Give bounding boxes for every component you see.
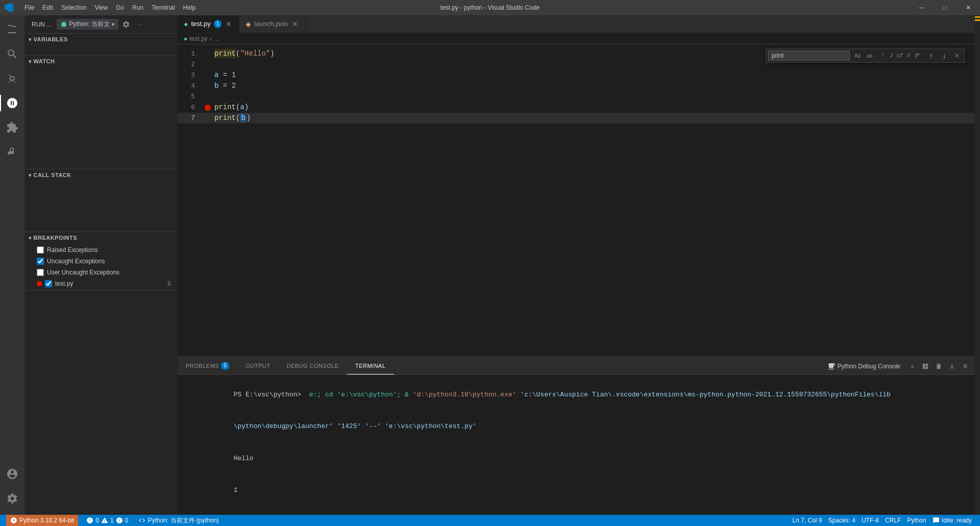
code-editor[interactable]: Aa ab .* 2 of 3 ↑ ↓ ✕ 1 print(" bbox=[178, 44, 975, 357]
status-feedback[interactable]: Idite: ready bbox=[930, 515, 974, 526]
status-position[interactable]: Ln 7, Col 9 bbox=[791, 515, 824, 526]
match-word-button[interactable]: ab bbox=[864, 50, 875, 61]
panel-add-button[interactable]: + bbox=[906, 361, 918, 372]
activity-search[interactable] bbox=[0, 42, 24, 66]
panel-tab-problems[interactable]: PROBLEMS 5 bbox=[178, 357, 237, 374]
maximize-button[interactable]: □ bbox=[933, 0, 957, 15]
panel-chevron-up-button[interactable]: ∧ bbox=[946, 361, 958, 372]
breadcrumb-symbol[interactable]: ... bbox=[214, 35, 219, 42]
menu-terminal[interactable]: Terminal bbox=[148, 0, 179, 15]
python-selector[interactable]: Python: 当前文 ▾ bbox=[57, 19, 118, 30]
panel-tab-output[interactable]: OUTPUT bbox=[237, 357, 278, 374]
panel-content[interactable]: PS E:\vsc\python> e:; cd 'e:\vsc\python'… bbox=[178, 375, 975, 515]
bp-testpy-line: 6 bbox=[167, 280, 171, 287]
panel-controls: Python Debug Console + ∧ ✕ bbox=[823, 357, 971, 375]
code-line-7[interactable]: 7 print(b) bbox=[178, 113, 975, 123]
variables-section: ▾ VARIABLES bbox=[24, 34, 177, 56]
status-bar: Python 3.10.2 64-bit 0 1 0 Python: 当前文件 … bbox=[0, 515, 980, 526]
bp-raised-checkbox[interactable] bbox=[37, 246, 44, 254]
activity-extensions[interactable] bbox=[0, 115, 24, 140]
panel-tab-terminal[interactable]: TERMINAL bbox=[347, 357, 394, 374]
variables-header[interactable]: ▾ VARIABLES bbox=[24, 34, 177, 45]
terminal-line-1-out: 1 bbox=[186, 474, 967, 506]
code-line-6[interactable]: 6 print(a) bbox=[178, 102, 975, 113]
code-line-4[interactable]: 4 b = 2 bbox=[178, 81, 975, 91]
find-lines-button[interactable] bbox=[912, 50, 923, 61]
variables-content bbox=[24, 45, 177, 55]
bp-testpy-checkbox[interactable] bbox=[45, 280, 52, 287]
find-next-button[interactable]: ↓ bbox=[939, 50, 950, 61]
menu-edit[interactable]: Edit bbox=[38, 0, 57, 15]
activity-source-control[interactable] bbox=[0, 66, 24, 91]
tab-test-py-close[interactable]: ✕ bbox=[225, 20, 233, 28]
bp-raised-label[interactable]: Raised Exceptions bbox=[47, 246, 97, 254]
activity-account[interactable] bbox=[0, 462, 24, 486]
panel-split-button[interactable] bbox=[920, 361, 931, 372]
feedback-label: Idite: ready bbox=[942, 517, 972, 524]
tab-test-py-label: test.py bbox=[191, 20, 210, 28]
breakpoint-6-icon[interactable] bbox=[205, 105, 211, 111]
bp-uncaught-checkbox[interactable] bbox=[37, 258, 44, 265]
code-line-3[interactable]: 3 a = 1 bbox=[178, 70, 975, 81]
watch-header[interactable]: ▾ WATCH bbox=[24, 56, 177, 67]
menu-bar: File Edit Selection View Go Run Terminal… bbox=[20, 0, 200, 15]
tab-test-py[interactable]: ● test.py 1 ✕ bbox=[178, 15, 239, 33]
regex-button[interactable]: .* bbox=[876, 50, 888, 61]
breakpoints-header[interactable]: ▾ BREAKPOINTS bbox=[24, 232, 177, 243]
line-gutter-6 bbox=[203, 105, 212, 111]
activity-testing[interactable] bbox=[0, 140, 24, 164]
menu-go[interactable]: Go bbox=[112, 0, 128, 15]
activity-explorer[interactable] bbox=[0, 17, 24, 42]
menu-view[interactable]: View bbox=[90, 0, 112, 15]
encoding-label: UTF-8 bbox=[862, 517, 879, 524]
find-close-button[interactable]: ✕ bbox=[952, 51, 962, 61]
call-stack-header[interactable]: ▾ CALL STACK bbox=[24, 169, 177, 181]
tab-launch-json-close[interactable]: ✕ bbox=[291, 20, 299, 28]
debug-more-button[interactable]: ··· bbox=[134, 19, 145, 30]
menu-help[interactable]: Help bbox=[179, 0, 200, 15]
menu-file[interactable]: File bbox=[20, 0, 38, 15]
menu-selection[interactable]: Selection bbox=[57, 0, 90, 15]
bp-user-uncaught-label[interactable]: User Uncaught Exceptions bbox=[47, 269, 119, 276]
minimize-button[interactable]: ─ bbox=[910, 0, 933, 15]
status-spaces[interactable]: Spaces: 4 bbox=[826, 515, 857, 526]
tab-launch-json[interactable]: ◈ launch.json ✕ bbox=[239, 15, 306, 33]
code-line-5[interactable]: 5 bbox=[178, 91, 975, 102]
status-line-ending[interactable]: CRLF bbox=[883, 515, 903, 526]
editor-scrollbar-area bbox=[975, 15, 980, 515]
titlebar: File Edit Selection View Go Run Terminal… bbox=[0, 0, 980, 15]
run-button[interactable]: RUN ... bbox=[29, 20, 55, 29]
sidebar-content: ▾ VARIABLES ▾ WATCH ▾ bbox=[24, 34, 177, 515]
match-case-button[interactable]: Aa bbox=[852, 50, 863, 61]
find-prev-button[interactable]: ↑ bbox=[925, 50, 937, 61]
line-content-4: b = 2 bbox=[212, 81, 975, 91]
find-input[interactable] bbox=[768, 51, 850, 61]
warnings-count: 1 bbox=[110, 517, 114, 524]
chevron-down-icon: ▾ bbox=[112, 21, 114, 27]
panel-area: PROBLEMS 5 OUTPUT DEBUG CONSOLE TERMINAL bbox=[178, 357, 975, 515]
interpreter-label: Python: 当前文件 (python) bbox=[148, 516, 218, 525]
status-errors[interactable]: 0 1 0 bbox=[84, 515, 130, 526]
status-language[interactable]: Python bbox=[905, 515, 928, 526]
main-content: RUN ... Python: 当前文 ▾ ··· ▾ bbox=[0, 15, 980, 515]
status-interpreter[interactable]: Python: 当前文件 (python) bbox=[136, 515, 220, 526]
menu-run[interactable]: Run bbox=[128, 0, 148, 15]
status-debug-bg[interactable]: Python 3.10.2 64-bit bbox=[6, 515, 78, 526]
line-content-5 bbox=[212, 91, 975, 102]
bp-testpy-label[interactable]: test.py bbox=[55, 280, 73, 287]
bp-user-uncaught-checkbox[interactable] bbox=[37, 269, 44, 276]
panel-trash-button[interactable] bbox=[933, 361, 944, 372]
bp-uncaught-label[interactable]: Uncaught Exceptions bbox=[47, 258, 105, 265]
problems-label: PROBLEMS bbox=[186, 363, 219, 369]
breadcrumb-file[interactable]: test.py bbox=[189, 35, 207, 42]
activity-bar bbox=[0, 15, 24, 515]
panel-tab-debug-console[interactable]: DEBUG CONSOLE bbox=[278, 357, 347, 374]
activity-debug[interactable] bbox=[0, 91, 24, 115]
status-encoding[interactable]: UTF-8 bbox=[860, 515, 881, 526]
find-widget: Aa ab .* 2 of 3 ↑ ↓ ✕ bbox=[766, 48, 965, 63]
terminal-prompt-1: PS E:\vsc\python> bbox=[234, 391, 305, 398]
activity-settings[interactable] bbox=[0, 486, 24, 511]
debug-settings-button[interactable] bbox=[120, 19, 132, 30]
panel-close-button[interactable]: ✕ bbox=[960, 361, 971, 372]
close-button[interactable]: ✕ bbox=[957, 0, 980, 15]
